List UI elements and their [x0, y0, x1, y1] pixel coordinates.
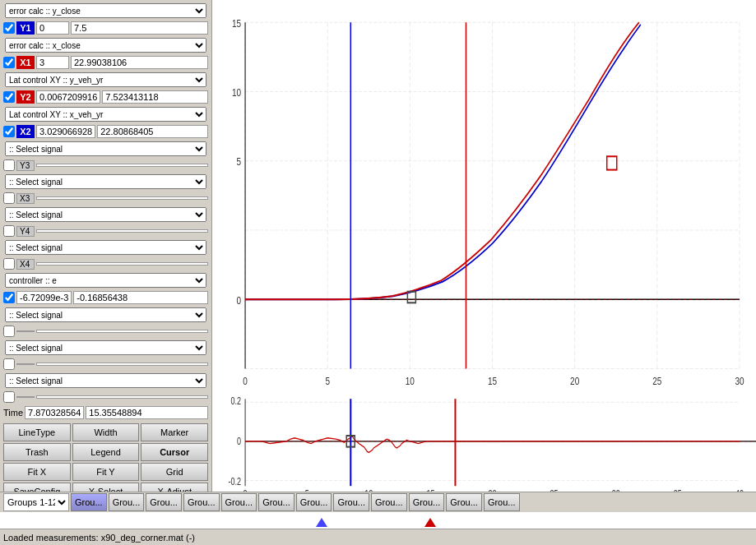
section-y-close-dropdown[interactable]: error calc :: y_close: [5, 3, 206, 18]
main-chart-svg: 15 10 5 0 0 5 10 15 20 25 30: [212, 0, 756, 492]
xselect-button[interactable]: X-Select: [72, 483, 140, 492]
svg-text:0: 0: [243, 487, 248, 492]
y4-checkbox[interactable]: [3, 225, 15, 237]
group-btn-6[interactable]: Grou...: [296, 493, 332, 511]
y4-val: [36, 229, 208, 233]
ss7-dropdown[interactable]: :: Select signal: [5, 373, 206, 388]
y3-tag: Y3: [16, 160, 35, 171]
ss5-val-row: [2, 325, 210, 338]
groups-bar: Groups 1-12 Grou... Grou... Grou... Grou…: [0, 492, 756, 512]
x3-val: [36, 196, 208, 200]
section-lat-y: Lat control XY :: y_veh_yr: [2, 71, 210, 89]
group-btn-11[interactable]: Grou...: [484, 493, 520, 511]
ss5-val: [36, 330, 208, 333]
ss5-dropdown[interactable]: :: Select signal: [5, 307, 206, 322]
status-bar: Loaded measurements: x90_deg_corner.mat …: [0, 529, 756, 545]
group-btn-9[interactable]: Grou...: [409, 493, 445, 511]
section-lat-x-dropdown[interactable]: Lat control XY :: x_veh_yr: [5, 107, 206, 122]
trash-button[interactable]: Trash: [3, 443, 71, 461]
group-btn-10[interactable]: Grou...: [446, 493, 482, 511]
ss3-header: :: Select signal: [2, 206, 210, 224]
y4-tag: Y4: [16, 226, 35, 237]
controller-val1: -6.72099e-3: [16, 291, 72, 304]
x3-checkbox[interactable]: [3, 192, 15, 204]
x4-tag: X4: [16, 259, 35, 270]
x1-tag: X1: [16, 56, 35, 69]
y1-val2: 7.5: [71, 21, 208, 35]
svg-text:15: 15: [232, 16, 241, 30]
ss7-checkbox[interactable]: [3, 391, 15, 403]
y2-tag: Y2: [16, 90, 35, 104]
y1-checkbox[interactable]: [3, 22, 15, 34]
linetype-button[interactable]: LineType: [3, 423, 71, 441]
ss1-dropdown[interactable]: :: Select signal: [5, 141, 206, 156]
fitx-button[interactable]: Fit X: [3, 463, 71, 481]
main-container: error calc :: y_close Y1 0 7.5 error cal…: [0, 0, 756, 545]
legend-button[interactable]: Legend: [72, 443, 140, 461]
group-btn-2[interactable]: Grou...: [146, 493, 182, 511]
xadjust-button[interactable]: X-Adjust: [141, 483, 208, 492]
ss6-tag: [16, 363, 35, 365]
marker-button[interactable]: Marker: [141, 423, 208, 441]
svg-text:25: 25: [652, 374, 661, 387]
svg-text:30: 30: [612, 487, 620, 492]
x1-row: X1 3 22.99038106: [2, 55, 210, 70]
y1-val1: 0: [36, 21, 69, 35]
svg-text:40: 40: [735, 487, 744, 492]
button-area: LineType Width Marker Trash Legend Curso…: [2, 422, 210, 492]
x2-val1: 3.029066928: [36, 125, 95, 138]
y2-checkbox[interactable]: [3, 91, 15, 103]
x1-checkbox[interactable]: [3, 57, 15, 68]
y2-row: Y2 0.0067209916 7.523413118: [2, 90, 210, 104]
saveconfig-button[interactable]: SaveConfig: [3, 483, 71, 492]
svg-text:20: 20: [489, 487, 497, 492]
status-text: Loaded measurements: x90_deg_corner.mat …: [3, 533, 195, 543]
y2-val2: 7.523413118: [102, 90, 208, 104]
svg-text:25: 25: [550, 487, 559, 492]
controller-header: controller :: e: [2, 271, 210, 289]
group-btn-3[interactable]: Grou...: [183, 493, 220, 511]
controller-dropdown[interactable]: controller :: e: [5, 273, 206, 288]
x2-checkbox[interactable]: [3, 126, 15, 137]
svg-text:0: 0: [236, 293, 241, 307]
group-btn-0[interactable]: Grou...: [71, 493, 107, 511]
x4-checkbox[interactable]: [3, 258, 15, 270]
cursor-button[interactable]: Cursor: [141, 443, 208, 461]
x2-row: X2 3.029066928 22.80868405: [2, 124, 210, 139]
section-x-close-dropdown[interactable]: error calc :: x_close: [5, 38, 206, 53]
svg-text:10: 10: [232, 85, 241, 99]
ss5-checkbox[interactable]: [3, 326, 15, 337]
btn-row-3: Fit X Fit Y Grid: [3, 463, 208, 481]
x3-row: X3: [2, 192, 210, 205]
ss6-checkbox[interactable]: [3, 358, 15, 370]
width-button[interactable]: Width: [72, 423, 140, 441]
group-btn-1[interactable]: Grou...: [109, 493, 145, 511]
fity-button[interactable]: Fit Y: [72, 463, 140, 481]
group-btn-8[interactable]: Grou...: [371, 493, 407, 511]
groups-select[interactable]: Groups 1-12: [3, 493, 69, 511]
svg-text:15: 15: [426, 487, 434, 492]
section-lat-x: Lat control XY :: x_veh_yr: [2, 105, 210, 123]
group-btn-4[interactable]: Grou...: [221, 493, 257, 511]
group-btn-7[interactable]: Grou...: [333, 493, 369, 511]
grid-button[interactable]: Grid: [141, 463, 208, 481]
controller-val2: -0.16856438: [73, 291, 208, 304]
section-error-x-close: error calc :: x_close: [2, 36, 210, 54]
ss4-dropdown[interactable]: :: Select signal: [5, 240, 206, 255]
group-btn-5[interactable]: Grou...: [258, 493, 295, 511]
x1-val2: 22.99038106: [71, 56, 208, 69]
ss6-dropdown[interactable]: :: Select signal: [5, 340, 206, 355]
y3-checkbox[interactable]: [3, 159, 15, 171]
section-lat-y-dropdown[interactable]: Lat control XY :: y_veh_yr: [5, 72, 206, 87]
x1-val1: 3: [36, 56, 69, 69]
btn-row-2: Trash Legend Cursor: [3, 443, 208, 461]
chart-area[interactable]: 15 10 5 0 0 5 10 15 20 25 30: [212, 0, 756, 492]
ss3-dropdown[interactable]: :: Select signal: [5, 207, 206, 222]
ss7-header: :: Select signal: [2, 372, 210, 390]
y1-row: Y1 0 7.5: [2, 21, 210, 35]
controller-checkbox[interactable]: [3, 292, 15, 303]
time-val2: 15.35548894: [86, 406, 208, 419]
controller-row: -6.72099e-3 -0.16856438: [2, 290, 210, 305]
ss2-dropdown[interactable]: :: Select signal: [5, 174, 206, 189]
red-triangle-icon: [424, 518, 436, 527]
